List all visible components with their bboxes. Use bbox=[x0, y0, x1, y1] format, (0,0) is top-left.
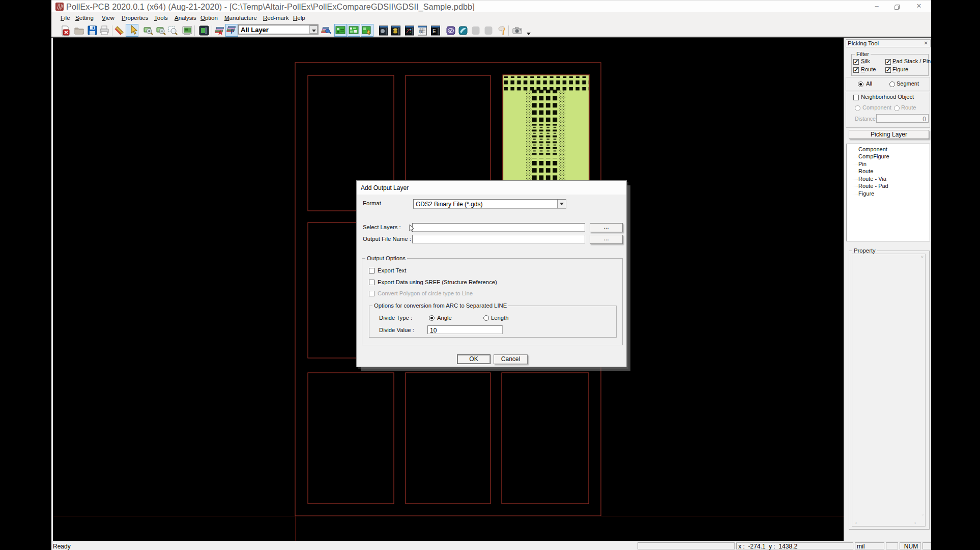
svg-text:FE: FE bbox=[419, 30, 423, 34]
svg-text:P: P bbox=[230, 29, 234, 35]
svg-text:E: E bbox=[433, 29, 436, 34]
svg-text:A: A bbox=[218, 30, 222, 36]
